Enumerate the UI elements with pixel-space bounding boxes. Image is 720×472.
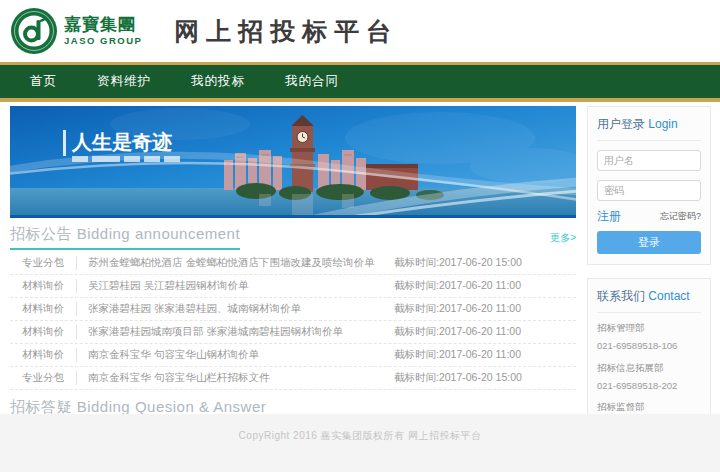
contact-dept: 招标信息拓展部 — [597, 362, 701, 374]
announcements-table: 专业分包 苏州金螳螂柏悦酒店 金螳螂柏悦酒店下围墙改建及喷绘询价单 截标时间:2… — [10, 252, 576, 390]
clock-tower-graphic — [290, 115, 315, 192]
brand-text: 嘉寶集團 JASO GROUP — [64, 16, 142, 46]
announcement-category: 材料询价 — [10, 325, 76, 339]
announcement-title: 吴江碧桂园 吴江碧桂园钢材询价单 — [76, 279, 394, 293]
jaso-emblem-icon — [10, 7, 58, 55]
site-header: 嘉寶集團 JASO GROUP 网上招投标平台 — [0, 0, 720, 62]
announcement-deadline: 截标时间:2017-06-20 15:00 — [394, 256, 576, 270]
announcement-row[interactable]: 材料询价 张家港碧桂园 张家港碧桂园、城南钢材询价单 截标时间:2017-06-… — [10, 298, 576, 321]
banner-headline: 人生是奇迹 — [71, 131, 172, 153]
announcement-row[interactable]: 专业分包 南京金科宝华 句容宝华山栏杆招标文件 截标时间:2017-06-20 … — [10, 367, 576, 390]
announcement-row[interactable]: 材料询价 张家港碧桂园城南项目部 张家港城南碧桂园钢材询价单 截标时间:2017… — [10, 321, 576, 344]
announcements-header: 招标公告 Bidding announcement 更多> — [10, 225, 576, 250]
hero-banner: 人生是奇迹 — [10, 106, 576, 218]
forgot-password-link[interactable]: 忘记密码? — [660, 210, 701, 223]
announcements-title: 招标公告 Bidding announcement — [10, 225, 240, 250]
announcement-deadline: 截标时间:2017-06-20 11:00 — [394, 302, 576, 316]
brand-name-cn: 嘉寶集團 — [64, 16, 142, 33]
announcement-title: 南京金科宝华 句容宝华山钢材询价单 — [76, 348, 394, 362]
page-root: 嘉寶集團 JASO GROUP 网上招投标平台 首页 资料维护 我的投标 我的合… — [0, 0, 720, 472]
announcement-deadline: 截标时间:2017-06-20 11:00 — [394, 348, 576, 362]
announcement-row[interactable]: 材料询价 南京金科宝华 句容宝华山钢材询价单 截标时间:2017-06-20 1… — [10, 344, 576, 367]
contact-dept: 招标监督部 — [597, 401, 701, 413]
register-link[interactable]: 注册 — [597, 208, 621, 225]
page-footer: CopyRight 2016 嘉实集团版权所有 网上招投标平台 — [0, 414, 720, 472]
announcement-deadline: 截标时间:2017-06-20 15:00 — [394, 371, 576, 385]
left-column: 人生是奇迹 招标公告 Bidding announcement — [10, 106, 576, 449]
announcement-row[interactable]: 材料询价 吴江碧桂园 吴江碧桂园钢材询价单 截标时间:2017-06-20 11… — [10, 275, 576, 298]
announcement-title: 南京金科宝华 句容宝华山栏杆招标文件 — [76, 371, 394, 385]
nav-item-my-contracts[interactable]: 我的合同 — [285, 73, 339, 90]
contact-phone: 021-69589518-106 — [597, 340, 701, 352]
nav-item-data-maintenance[interactable]: 资料维护 — [97, 73, 151, 90]
register-row: 注册 忘记密码? — [597, 208, 701, 225]
password-input[interactable] — [597, 180, 701, 201]
announcement-category: 材料询价 — [10, 348, 76, 362]
announcement-row[interactable]: 专业分包 苏州金螳螂柏悦酒店 金螳螂柏悦酒店下围墙改建及喷绘询价单 截标时间:2… — [10, 252, 576, 275]
copyright-text: CopyRight 2016 嘉实集团版权所有 网上招投标平台 — [0, 429, 720, 443]
login-title: 用户登录 Login — [597, 116, 701, 141]
announcement-category: 材料询价 — [10, 279, 76, 293]
brand-logo[interactable]: 嘉寶集團 JASO GROUP — [10, 7, 142, 55]
nav-item-my-bids[interactable]: 我的投标 — [191, 73, 245, 90]
announcement-deadline: 截标时间:2017-06-20 11:00 — [394, 279, 576, 293]
login-button[interactable]: 登录 — [597, 231, 701, 254]
announcement-category: 材料询价 — [10, 302, 76, 316]
login-panel: 用户登录 Login 注册 忘记密码? 登录 — [587, 106, 711, 265]
announcement-deadline: 截标时间:2017-06-20 11:00 — [394, 325, 576, 339]
username-input[interactable] — [597, 150, 701, 171]
nav-item-home[interactable]: 首页 — [30, 73, 57, 90]
page-title: 网上招投标平台 — [174, 15, 398, 48]
brand-name-en: JASO GROUP — [64, 36, 142, 46]
main-nav: 首页 资料维护 我的投标 我的合同 — [0, 62, 720, 102]
main-content: 人生是奇迹 招标公告 Bidding announcement — [0, 102, 720, 449]
contact-title: 联系我们 Contact — [597, 288, 701, 313]
announcement-category: 专业分包 — [10, 256, 76, 270]
announcement-title: 苏州金螳螂柏悦酒店 金螳螂柏悦酒店下围墙改建及喷绘询价单 — [76, 256, 394, 270]
more-link[interactable]: 更多> — [550, 231, 576, 250]
banner-image: 人生是奇迹 — [10, 106, 576, 218]
contact-dept: 招标管理部 — [597, 322, 701, 334]
sidebar: 用户登录 Login 注册 忘记密码? 登录 联系我们 Contact 招标管理… — [587, 106, 711, 449]
announcement-title: 张家港碧桂园 张家港碧桂园、城南钢材询价单 — [76, 302, 394, 316]
announcement-title: 张家港碧桂园城南项目部 张家港城南碧桂园钢材询价单 — [76, 325, 394, 339]
announcement-category: 专业分包 — [10, 371, 76, 385]
contact-phone: 021-69589518-202 — [597, 380, 701, 392]
